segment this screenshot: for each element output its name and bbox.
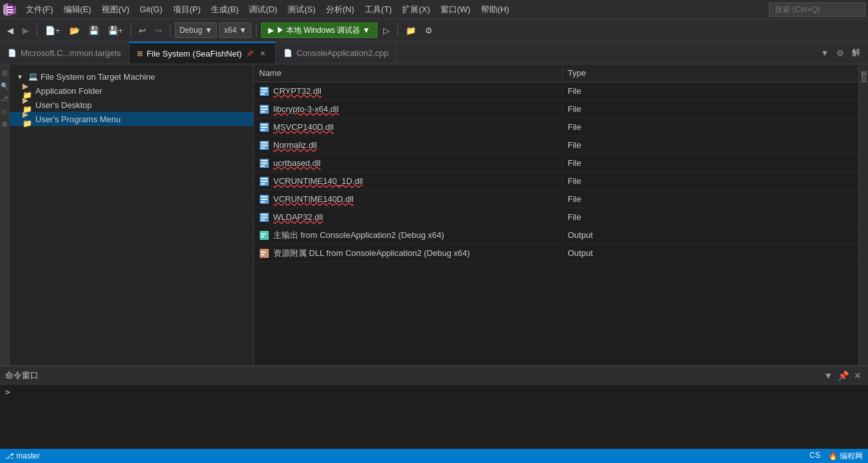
dll-icon	[259, 140, 269, 150]
file-row-type: Output	[563, 248, 640, 258]
debug-config-dropdown[interactable]: Debug ▼	[175, 23, 217, 38]
svg-rect-20	[261, 145, 267, 146]
table-row[interactable]: 主输出 from ConsoleApplication2 (Debug x64)…	[254, 226, 858, 244]
redo-button[interactable]: ↪	[152, 22, 165, 39]
search-input[interactable]	[769, 3, 865, 17]
menu-extensions[interactable]: 扩展(X)	[397, 0, 435, 19]
table-row[interactable]: 资源附属 DLL from ConsoleApplication2 (Debug…	[254, 244, 858, 262]
platform-label: x64	[224, 26, 236, 35]
menu-test[interactable]: 测试(S)	[282, 0, 320, 19]
table-row[interactable]: WLDAP32.dll File	[254, 208, 858, 226]
menu-debug[interactable]: 调试(D)	[244, 0, 282, 19]
file-row-type: File	[563, 194, 640, 204]
file-row-type: File	[563, 212, 640, 222]
tree-programs-menu[interactable]: ▶ 📁 User's Programs Menu	[10, 112, 253, 126]
tree-desktop[interactable]: ▶ 📁 User's Desktop	[10, 98, 253, 112]
save-all-button[interactable]: 💾+	[105, 22, 127, 39]
table-row[interactable]: Normaliz.dll File	[254, 136, 858, 154]
back-button[interactable]: ◀	[4, 22, 17, 39]
file-row-type: File	[563, 86, 640, 96]
tab-cpp[interactable]: 📄 ConsoleApplication2.cpp	[276, 42, 397, 64]
status-cs: CS	[809, 451, 820, 462]
svg-rect-37	[261, 219, 265, 221]
menu-build[interactable]: 生成(B)	[206, 0, 244, 19]
tab-icon-2: ⊞	[137, 50, 143, 58]
table-row[interactable]: CRYPT32.dll File	[254, 82, 858, 100]
table-row[interactable]: MSVCP140D.dll File	[254, 118, 858, 136]
dll-icon	[259, 212, 269, 222]
table-row[interactable]: VCRUNTIME140D.dll File	[254, 190, 858, 208]
file-name-text: VCRUNTIME140D.dll	[273, 194, 354, 204]
bottom-panel-close-icon[interactable]: ✕	[853, 369, 863, 382]
svg-rect-39	[261, 233, 266, 235]
separator-3	[170, 24, 170, 37]
tab-pin-icon: 📌	[246, 50, 253, 57]
forward-button[interactable]: ▶	[19, 22, 32, 39]
file-row-type: File	[563, 140, 640, 150]
menu-file[interactable]: 文件(F)	[21, 0, 59, 19]
sidebar-git-icon[interactable]: ⎇	[1, 93, 9, 104]
menu-git[interactable]: Git(G)	[134, 0, 167, 19]
file-browser-button[interactable]: 📁	[402, 22, 419, 39]
menu-project[interactable]: 项目(P)	[168, 0, 206, 19]
dll-icon	[259, 104, 269, 114]
platform-dropdown[interactable]: x64 ▼	[219, 23, 251, 38]
tab-bar: 📄 Microsoft.C...mmon.targets ⊞ File Syst…	[0, 42, 868, 64]
dll-icon	[259, 158, 269, 168]
bottom-panel-actions: ▼ 📌 ✕	[822, 369, 863, 382]
toolbar: ◀ ▶ 📄+ 📂 💾 💾+ ↩ ↪ Debug ▼ x64 ▼ ▶ ▶ 本地 W…	[0, 19, 868, 42]
output2-icon	[259, 248, 269, 259]
file-name-text: WLDAP32.dll	[273, 212, 323, 222]
menu-tools[interactable]: 工具(T)	[359, 0, 397, 19]
svg-rect-11	[261, 106, 267, 107]
separator-2	[131, 24, 131, 37]
tree-root[interactable]: ▼ 💻 File System on Target Machine	[10, 69, 253, 84]
tab-close-button[interactable]: ✕	[257, 48, 267, 59]
col-name-header: Name	[254, 68, 563, 78]
run-button[interactable]: ▶ ▶ 本地 Windows 调试器 ▼	[261, 23, 377, 38]
table-row[interactable]: libcrypto-3-x64.dll File	[254, 100, 858, 118]
open-button[interactable]: 📂	[66, 22, 83, 39]
svg-rect-42	[261, 251, 266, 253]
undo-button[interactable]: ↩	[136, 22, 149, 39]
tab-label-3: ConsoleApplication2.cpp	[296, 48, 388, 58]
folder-icon-3: ▶ 📁	[23, 114, 33, 124]
svg-marker-2	[3, 3, 8, 16]
menu-analyze[interactable]: 分析(N)	[321, 0, 359, 19]
sidebar-debug-icon[interactable]: ▷	[1, 105, 9, 117]
settings-button[interactable]: ⚙	[422, 22, 436, 39]
tab-icon-1: 📄	[8, 49, 17, 57]
menu-edit[interactable]: 编辑(E)	[59, 0, 96, 19]
left-sidebar: ☰ 🔍 ⎇ ▷ ⊞	[0, 64, 10, 365]
dll-icon	[259, 86, 269, 96]
bottom-panel-pin-icon[interactable]: 📌	[836, 369, 850, 382]
status-brand: 🔥 编程网	[828, 451, 863, 462]
svg-rect-28	[261, 181, 267, 182]
sidebar-explorer-icon[interactable]: ☰	[1, 67, 9, 78]
run-without-debug-button[interactable]: ▷	[380, 22, 393, 39]
table-row[interactable]: ucrtbased.dll File	[254, 154, 858, 172]
tab-common-targets[interactable]: 📄 Microsoft.C...mmon.targets	[0, 42, 129, 64]
svg-rect-33	[261, 201, 265, 203]
menu-help[interactable]: 帮助(H)	[476, 0, 514, 19]
svg-rect-5	[7, 12, 13, 13]
table-row[interactable]: VCRUNTIME140_1D.dll File	[254, 172, 858, 190]
run-icon: ▶	[268, 26, 274, 35]
new-file-button[interactable]: 📄+	[42, 22, 64, 39]
menu-view[interactable]: 视图(V)	[96, 0, 134, 19]
tab-help-button[interactable]: 解	[849, 46, 863, 60]
bottom-panel-dropdown-icon[interactable]: ▼	[822, 369, 834, 382]
file-row-name: 主输出 from ConsoleApplication2 (Debug x64)	[254, 230, 563, 241]
menu-window[interactable]: 窗口(W)	[435, 0, 476, 19]
tree-app-folder[interactable]: ▶ 📁 Application Folder	[10, 84, 253, 98]
tab-list-button[interactable]: ▼	[818, 47, 831, 59]
bottom-panel-header: 命令窗口 ▼ 📌 ✕	[0, 367, 868, 385]
sidebar-search-icon[interactable]: 🔍	[1, 80, 9, 91]
tab-filesystem[interactable]: ⊞ File System (SeaFishNet) 📌 ✕	[129, 42, 276, 64]
tree-root-label: File System on Target Machine	[41, 72, 155, 82]
tab-settings-button[interactable]: ⚙	[834, 47, 847, 59]
svg-rect-40	[261, 236, 264, 237]
sidebar-ext-icon[interactable]: ⊞	[1, 118, 9, 130]
file-list-panel: Name Type CRYPT32.dll File	[254, 64, 858, 365]
save-button[interactable]: 💾	[86, 22, 102, 39]
